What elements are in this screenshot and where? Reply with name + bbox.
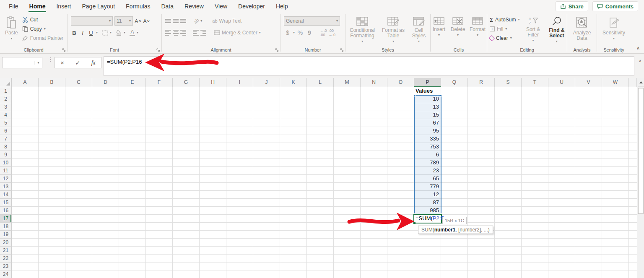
row-header-13[interactable]: 13 <box>0 183 12 191</box>
tab-view[interactable]: View <box>209 0 233 13</box>
tab-review[interactable]: Review <box>179 0 209 13</box>
font-name-select[interactable]: ▾ <box>71 16 113 26</box>
analyze-data-button[interactable]: Analyze Data <box>570 15 594 42</box>
row-header-8[interactable]: 8 <box>0 143 12 151</box>
align-top-button[interactable] <box>165 19 171 23</box>
column-header-I[interactable]: I <box>226 78 253 87</box>
selection-handle[interactable] <box>440 94 442 96</box>
font-dialog-launcher[interactable] <box>156 48 160 52</box>
name-box-caret-icon[interactable]: ▾ <box>34 61 42 65</box>
row-header-7[interactable]: 7 <box>0 135 12 143</box>
confirm-entry-icon[interactable]: ✓ <box>75 60 80 66</box>
comma-style-button[interactable]: 9 <box>306 29 313 36</box>
row-header-4[interactable]: 4 <box>0 111 12 119</box>
row-header-11[interactable]: 11 <box>0 167 12 175</box>
column-header-D[interactable]: D <box>92 78 119 87</box>
autosum-button[interactable]: Σ AutoSum ▾ <box>490 15 519 24</box>
copy-button[interactable]: Copy ▾ <box>22 24 63 34</box>
row-header-21[interactable]: 21 <box>0 247 12 255</box>
sensitivity-button[interactable]: Sensitivity ▾ <box>600 15 628 42</box>
row-header-22[interactable]: 22 <box>0 255 12 262</box>
row-header-10[interactable]: 10 <box>0 159 12 167</box>
column-header-P[interactable]: P <box>414 78 441 87</box>
increase-decimal-button[interactable]: ←.0.00 <box>320 29 327 37</box>
delete-cells-button[interactable]: Delete ▾ <box>449 15 467 38</box>
column-header-L[interactable]: L <box>307 78 334 87</box>
row-header-24[interactable]: 24 <box>0 270 12 278</box>
row-header-5[interactable]: 5 <box>0 119 12 127</box>
cut-button[interactable]: Cut <box>22 15 63 24</box>
merge-center-button[interactable]: Merge & Center <box>222 30 257 36</box>
share-button[interactable]: Share <box>556 1 588 11</box>
column-header-O[interactable]: O <box>387 78 414 87</box>
decrease-decimal-button[interactable]: .00→.0 <box>329 29 336 37</box>
column-header-C[interactable]: C <box>65 78 92 87</box>
percent-button[interactable]: % <box>296 29 304 36</box>
insert-cells-button[interactable]: Insert ▾ <box>431 15 447 38</box>
orientation-button[interactable]: ab <box>193 17 200 24</box>
sort-filter-button[interactable]: A Z Sort & Filter ▾ <box>523 15 543 44</box>
align-left-button[interactable] <box>165 30 171 36</box>
column-header-M[interactable]: M <box>334 78 361 87</box>
decrease-indent-button[interactable] <box>193 30 199 36</box>
tab-page-layout[interactable]: Page Layout <box>76 0 120 13</box>
column-header-E[interactable]: E <box>119 78 146 87</box>
bold-button[interactable]: B <box>71 30 78 36</box>
font-color-button[interactable]: A <box>130 30 135 36</box>
column-header-R[interactable]: R <box>468 78 495 87</box>
find-select-button[interactable]: Find & Select ▾ <box>547 15 567 44</box>
column-header-J[interactable]: J <box>253 78 280 87</box>
vertical-scrollbar[interactable] <box>637 78 644 278</box>
row-header-17[interactable]: 17 <box>0 215 12 223</box>
paste-button[interactable]: Paste ▾ <box>3 15 20 43</box>
name-box[interactable]: ▾ <box>2 57 42 68</box>
increase-indent-button[interactable] <box>200 30 206 36</box>
underline-button[interactable]: U <box>88 30 94 36</box>
row-header-3[interactable]: 3 <box>0 103 12 111</box>
currency-button[interactable]: $ <box>284 29 291 36</box>
increase-font-button[interactable]: A˄ <box>135 18 141 24</box>
clear-button[interactable]: Clear ▾ <box>490 34 519 43</box>
row-header-9[interactable]: 9 <box>0 151 12 159</box>
column-header-W[interactable]: W <box>602 78 629 87</box>
fill-button[interactable]: ↓ Fill ▾ <box>490 24 519 34</box>
column-header-B[interactable]: B <box>39 78 65 87</box>
wrap-text-button[interactable]: Wrap Text <box>219 18 242 24</box>
row-header-2[interactable]: 2 <box>0 95 12 103</box>
align-right-button[interactable] <box>180 30 186 36</box>
scroll-up-icon[interactable] <box>638 78 644 87</box>
formula-input[interactable]: =SUM(P2:P16 <box>104 56 634 76</box>
column-header-H[interactable]: H <box>200 78 226 87</box>
row-header-6[interactable]: 6 <box>0 127 12 135</box>
column-header-F[interactable]: F <box>146 78 173 87</box>
formula-bar-drag-handle[interactable]: ⋮ <box>48 58 53 61</box>
column-header-Q[interactable]: Q <box>441 78 468 87</box>
conditional-formatting-button[interactable]: Conditional Formatting ▾ <box>346 15 379 44</box>
fill-color-button[interactable] <box>116 30 122 36</box>
tab-help[interactable]: Help <box>270 0 293 13</box>
selection-handle[interactable] <box>413 94 415 96</box>
row-header-20[interactable]: 20 <box>0 239 12 247</box>
column-header-G[interactable]: G <box>173 78 200 87</box>
borders-button[interactable] <box>102 30 108 36</box>
font-size-select[interactable]: 11 ▾ <box>114 16 133 26</box>
row-header-19[interactable]: 19 <box>0 231 12 239</box>
row-header-16[interactable]: 16 <box>0 207 12 215</box>
tab-data[interactable]: Data <box>156 0 179 13</box>
column-header-V[interactable]: V <box>575 78 602 87</box>
collapse-ribbon-button[interactable]: ∧ <box>636 45 640 51</box>
column-header-N[interactable]: N <box>361 78 387 87</box>
fill-handle[interactable] <box>413 222 415 224</box>
format-painter-button[interactable]: Format Painter <box>22 34 63 43</box>
format-as-table-button[interactable]: Format as Table ▾ <box>380 15 406 44</box>
select-all-corner[interactable] <box>0 78 12 87</box>
scrollbar-thumb[interactable] <box>638 88 644 214</box>
cancel-entry-icon[interactable]: × <box>60 59 64 66</box>
number-format-select[interactable]: General ▾ <box>284 16 340 26</box>
column-header-K[interactable]: K <box>280 78 307 87</box>
italic-button[interactable]: I <box>79 30 86 36</box>
column-header-T[interactable]: T <box>522 78 548 87</box>
column-header-partial[interactable] <box>629 78 637 87</box>
row-header-23[interactable]: 23 <box>0 262 12 270</box>
clipboard-dialog-launcher[interactable] <box>62 48 66 52</box>
